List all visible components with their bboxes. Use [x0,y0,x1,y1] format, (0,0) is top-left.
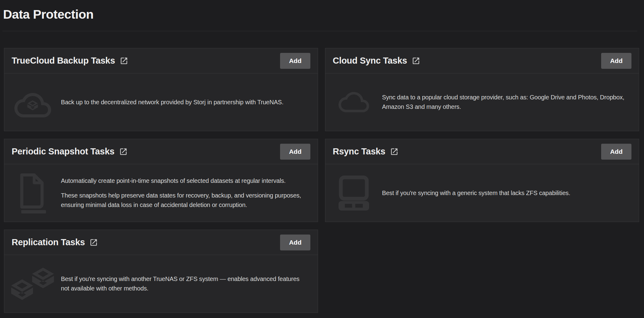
card-description-paragraph: Automatically create point-in-time snaps… [61,176,309,186]
external-link-icon[interactable] [89,238,98,247]
add-button[interactable]: Add [280,144,310,160]
card-body: Back up to the decentralized network pro… [4,73,318,131]
card-description-paragraph: Back up to the decentralized network pro… [61,98,309,107]
page-title: Data Protection [3,7,641,22]
card-header: Cloud Sync Tasks Add [325,48,639,73]
card-title: Rsync Tasks [333,146,385,157]
external-link-icon[interactable] [119,147,128,156]
card-description-paragraph: These snapshots help preserve data state… [61,191,309,210]
add-button[interactable]: Add [601,53,631,69]
card-title-link[interactable]: TrueCloud Backup Tasks [12,56,128,66]
card-title: Periodic Snapshot Tasks [12,146,114,157]
add-button[interactable]: Add [601,144,631,160]
card-title: Cloud Sync Tasks [333,56,407,66]
card-title-link[interactable]: Cloud Sync Tasks [333,56,420,66]
card-title-link[interactable]: Rsync Tasks [333,146,399,157]
card-title: Replication Tasks [12,237,85,247]
card-snapshot: Periodic Snapshot Tasks Add Automaticall… [4,139,318,222]
add-button[interactable]: Add [280,235,310,250]
cloud-icon [325,87,382,117]
snapshots-icon [4,172,61,214]
card-description: Best if you're syncing with another True… [61,274,309,293]
card-body: Best if you're syncing with another True… [4,255,318,312]
external-link-icon[interactable] [390,147,399,156]
card-description-paragraph: Best if you're syncing with another True… [61,274,309,293]
cards-column-left: TrueCloud Backup Tasks Add Back up to th… [4,48,318,313]
cards-column-right: Cloud Sync Tasks Add Sync data to a popu… [325,48,639,222]
card-description: Back up to the decentralized network pro… [61,98,309,107]
computer-icon [325,175,382,211]
card-body: Automatically create point-in-time snaps… [4,164,318,222]
card-header: TrueCloud Backup Tasks Add [4,48,318,73]
external-link-icon[interactable] [412,57,420,65]
card-truecloud: TrueCloud Backup Tasks Add Back up to th… [4,48,318,131]
card-title-link[interactable]: Periodic Snapshot Tasks [12,146,128,157]
card-description-paragraph: Sync data to a popular cloud storage pro… [382,93,630,112]
card-header: Replication Tasks Add [4,230,318,255]
card-title-link[interactable]: Replication Tasks [12,237,98,247]
external-link-icon[interactable] [120,57,128,65]
card-description: Best if you're syncing with a generic sy… [382,188,630,198]
card-title: TrueCloud Backup Tasks [12,56,115,66]
card-description-paragraph: Best if you're syncing with a generic sy… [382,188,630,198]
card-header: Rsync Tasks Add [325,139,639,164]
card-replication: Replication Tasks Add Best if you're syn… [4,230,318,313]
card-body: Best if you're syncing with a generic sy… [325,164,639,222]
card-description: Sync data to a popular cloud storage pro… [382,93,630,112]
card-description: Automatically create point-in-time snaps… [61,176,309,210]
storj-cloud-icon [4,87,61,117]
card-cloudsync: Cloud Sync Tasks Add Sync data to a popu… [325,48,639,131]
data-protection-cards-area: TrueCloud Backup Tasks Add Back up to th… [0,31,644,313]
page-header: Data Protection [0,0,644,22]
add-button[interactable]: Add [280,53,310,69]
replication-icon [4,268,61,300]
card-header: Periodic Snapshot Tasks Add [4,139,318,164]
card-rsync: Rsync Tasks Add Best if you're syncing w… [325,139,639,222]
card-body: Sync data to a popular cloud storage pro… [325,73,639,131]
